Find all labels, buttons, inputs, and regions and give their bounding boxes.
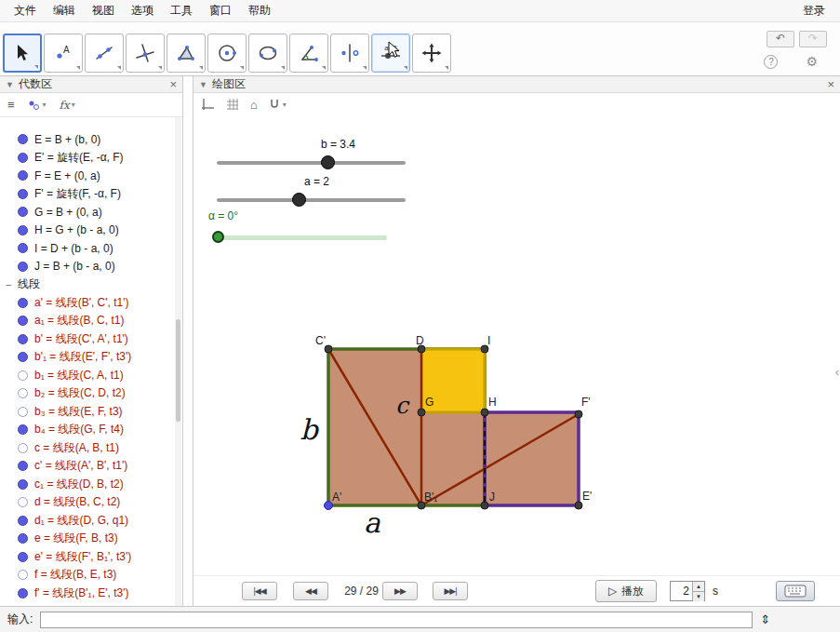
scrollbar-thumb[interactable] — [176, 319, 180, 422]
nav-prev-button[interactable]: ◀◀ — [293, 582, 328, 600]
algebra-item[interactable]: F' = 旋转(F, -α, F) — [0, 185, 182, 204]
collapse-panel-arrow[interactable]: ‹ — [835, 365, 839, 379]
redo-button[interactable]: ↷ — [799, 31, 827, 47]
tool-reflection[interactable] — [330, 34, 369, 73]
visibility-marker[interactable] — [18, 316, 28, 326]
visibility-marker[interactable] — [18, 298, 28, 308]
point-f-prime[interactable] — [575, 410, 582, 418]
algebra-item[interactable]: J = B + (b - a, 0) — [0, 258, 182, 276]
visibility-marker[interactable] — [18, 189, 28, 199]
panel-collapse-icon[interactable]: ▼ — [199, 80, 207, 89]
algebra-item[interactable]: b₄ = 线段(G, F, t4) — [0, 421, 182, 439]
algebra-close-icon[interactable]: × — [169, 78, 177, 90]
point-c-prime[interactable] — [325, 345, 332, 353]
help-icon[interactable]: ? — [764, 55, 778, 69]
section-collapse-toggle[interactable]: − — [6, 279, 18, 290]
menu-item[interactable]: 视图 — [84, 0, 123, 22]
sort-mode-icon[interactable]: fx ▾ — [60, 99, 75, 112]
algebra-item[interactable]: I = D + (b - a, 0) — [0, 239, 182, 258]
algebra-item[interactable]: c' = 线段(A', B', t1') — [0, 457, 182, 476]
visibility-marker[interactable] — [18, 424, 28, 435]
tool-perpendicular-line[interactable] — [126, 34, 165, 73]
input-help-toggle-icon[interactable]: ⇕ — [760, 612, 770, 626]
algebra-item[interactable]: b' = 线段(C', A', t1') — [0, 330, 182, 349]
algebra-item[interactable]: d₁ = 线段(D, G, q1) — [0, 512, 182, 531]
visibility-marker[interactable] — [18, 243, 28, 253]
point-capturing-icon[interactable]: ▾ — [268, 98, 287, 111]
point-g[interactable] — [418, 409, 425, 416]
visibility-marker[interactable] — [18, 225, 28, 235]
speed-spinner[interactable]: 2 ▲ ▼ — [670, 581, 705, 601]
tool-dropdown-icon[interactable] — [445, 66, 448, 70]
visibility-marker[interactable] — [18, 533, 28, 544]
visibility-marker[interactable] — [18, 153, 28, 163]
menu-item[interactable]: 工具 — [162, 0, 201, 22]
tool-line[interactable] — [85, 34, 124, 73]
command-input[interactable] — [40, 612, 753, 628]
visibility-marker[interactable] — [18, 407, 28, 417]
tool-polygon[interactable] — [167, 34, 206, 73]
nav-next-button[interactable]: ▶▶ — [382, 582, 418, 600]
tool-conic[interactable] — [248, 34, 287, 73]
point-e-prime[interactable] — [575, 502, 582, 509]
tool-dropdown-icon[interactable] — [199, 66, 203, 70]
point-j[interactable] — [481, 502, 488, 509]
visibility-marker[interactable] — [18, 388, 28, 398]
tool-dropdown-icon[interactable] — [404, 66, 407, 70]
virtual-keyboard-button[interactable] — [776, 581, 815, 601]
visibility-marker[interactable] — [18, 207, 28, 217]
graphics-canvas[interactable]: b = 3.4 a = 2 α = 0° — [193, 115, 840, 575]
tool-dropdown-icon[interactable] — [76, 66, 80, 70]
algebra-item[interactable]: e = 线段(F, B, t3) — [0, 530, 182, 548]
visibility-marker[interactable] — [18, 461, 28, 471]
algebra-item[interactable]: b₁ = 线段(C, A, t1) — [0, 367, 182, 385]
tool-dropdown-icon[interactable] — [363, 66, 367, 70]
algebra-scrollbar[interactable] — [175, 117, 181, 606]
tool-dropdown-icon[interactable] — [322, 66, 326, 70]
show-grid-icon[interactable] — [225, 97, 240, 112]
algebra-menu-icon[interactable]: ≡ — [7, 98, 15, 112]
nav-first-button[interactable]: |◀◀ — [242, 582, 277, 600]
visibility-marker[interactable] — [18, 134, 28, 144]
tool-dropdown-icon[interactable] — [240, 66, 244, 70]
algebra-item[interactable]: f = 线段(B, E, t3) — [0, 566, 182, 585]
algebra-item[interactable]: c = 线段(A, B, t1) — [0, 439, 182, 458]
visibility-marker[interactable] — [18, 497, 28, 507]
algebra-item[interactable]: b'₁ = 线段(E', F', t3') — [0, 348, 182, 367]
nav-last-button[interactable]: ▶▶| — [433, 582, 468, 600]
tool-move-graphics-view[interactable] — [412, 34, 451, 73]
undo-button[interactable]: ↶ — [767, 31, 794, 47]
visibility-marker[interactable] — [18, 570, 28, 580]
menu-item[interactable]: 窗口 — [201, 0, 240, 22]
play-button[interactable]: ▷ 播放 — [595, 580, 657, 602]
menu-item[interactable]: 文件 — [6, 0, 45, 22]
menu-item[interactable]: 编辑 — [45, 0, 84, 22]
tool-dropdown-icon[interactable] — [117, 66, 121, 70]
algebra-item[interactable]: − 线段 — [0, 276, 182, 294]
visibility-marker[interactable] — [18, 479, 28, 490]
tool-angle[interactable] — [289, 34, 328, 73]
purple-rectangle[interactable] — [485, 412, 579, 505]
tool-slider[interactable]: a=2 — [371, 34, 410, 73]
home-view-icon[interactable]: ⌂ — [250, 98, 258, 112]
algebra-item[interactable]: G = B + (0, a) — [0, 203, 182, 222]
tool-dropdown-icon[interactable] — [34, 65, 38, 69]
visibility-marker[interactable] — [18, 334, 28, 344]
panel-collapse-icon[interactable]: ▼ — [6, 80, 14, 89]
visibility-marker[interactable] — [18, 552, 28, 562]
tool-move[interactable] — [3, 34, 42, 73]
algebra-item[interactable]: c₁ = 线段(D, B, t2) — [0, 476, 182, 494]
menu-item[interactable]: 选项 — [123, 0, 162, 22]
algebra-item[interactable]: b₃ = 线段(E, F, t3) — [0, 403, 182, 422]
algebra-item[interactable]: f' = 线段(B'₁, E', t3') — [0, 585, 182, 603]
algebra-item[interactable]: a₁ = 线段(B, C, t1) — [0, 312, 182, 330]
visibility-marker[interactable] — [18, 588, 28, 598]
spin-down-icon[interactable]: ▼ — [693, 592, 704, 601]
visibility-marker[interactable] — [18, 170, 28, 181]
tool-circle[interactable] — [207, 34, 247, 73]
visibility-marker[interactable] — [18, 352, 28, 362]
algebra-item[interactable]: a' = 线段(B', C', t1') — [0, 294, 182, 313]
spin-up-icon[interactable]: ▲ — [693, 582, 704, 592]
tool-point[interactable]: A — [44, 34, 83, 73]
visibility-marker[interactable] — [18, 262, 28, 272]
